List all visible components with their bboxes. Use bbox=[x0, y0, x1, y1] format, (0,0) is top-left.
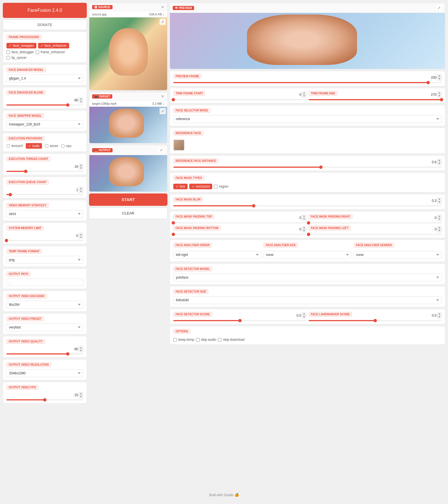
trim-start-slider[interactable] bbox=[173, 99, 306, 100]
cpu-radio[interactable]: cpu bbox=[61, 143, 71, 149]
face-swapper-checkbox[interactable]: ✓ face_swapper bbox=[6, 43, 36, 48]
face-detector-model-select[interactable]: yoloface bbox=[173, 274, 442, 281]
fps-slider-thumb[interactable] bbox=[43, 398, 46, 402]
landmarker-score-up[interactable]: ▲ bbox=[437, 312, 442, 316]
queue-down-btn[interactable]: ▼ bbox=[79, 190, 83, 193]
blend-slider-thumb[interactable] bbox=[66, 103, 69, 107]
trim-start-down[interactable]: ▼ bbox=[302, 95, 306, 98]
pad-left-thumb[interactable] bbox=[307, 233, 310, 236]
pad-right-up[interactable]: ▲ bbox=[437, 215, 442, 218]
face-enhancer-model-select[interactable]: gfpgan_1.4 bbox=[6, 74, 83, 82]
mask-box-checkbox[interactable]: ✓ box bbox=[173, 184, 188, 189]
source-expand-btn[interactable]: ⤢ bbox=[160, 19, 166, 25]
azure-radio[interactable]: azure bbox=[45, 143, 58, 149]
thread-slider-track[interactable] bbox=[6, 171, 83, 172]
ref-dist-up[interactable]: ▲ bbox=[437, 159, 442, 162]
skip-download-checkbox[interactable]: skip-download bbox=[218, 338, 244, 342]
pad-bottom-slider[interactable] bbox=[173, 234, 306, 235]
mask-region-checkbox[interactable]: region bbox=[214, 184, 228, 189]
face-enhancer-checkbox[interactable]: ✓ face_enhancer bbox=[38, 43, 69, 48]
frame-enhancer-checkbox[interactable]: frame_enhancer bbox=[36, 50, 65, 54]
temp-frame-select[interactable]: png bbox=[6, 256, 83, 264]
ref-dist-slider[interactable] bbox=[173, 167, 442, 168]
blend-slider-track[interactable] bbox=[6, 104, 83, 106]
lip-syncer-checkbox[interactable]: lip_syncer bbox=[6, 56, 27, 60]
video-memory-select[interactable]: strict bbox=[6, 210, 83, 218]
fps-up-btn[interactable]: ▲ bbox=[79, 392, 83, 395]
landmarker-score-thumb[interactable] bbox=[374, 319, 377, 322]
source-close-btn[interactable]: ✕ bbox=[161, 5, 164, 9]
trim-start-up[interactable]: ▲ bbox=[302, 92, 306, 95]
pad-bottom-up[interactable]: ▲ bbox=[302, 226, 306, 229]
output-resolution-select[interactable]: 2048x1080 bbox=[6, 369, 83, 377]
clear-button[interactable]: CLEAR bbox=[89, 207, 167, 219]
face-analyser-gender-select[interactable]: none bbox=[354, 251, 442, 259]
detector-score-thumb[interactable] bbox=[238, 319, 242, 322]
skip-audio-checkbox[interactable]: skip-audio bbox=[196, 338, 216, 342]
trim-end-thumb[interactable] bbox=[440, 98, 443, 101]
pad-right-slider[interactable] bbox=[309, 222, 442, 223]
quality-down-btn[interactable]: ▼ bbox=[79, 349, 83, 352]
detector-score-up[interactable]: ▲ bbox=[302, 312, 306, 316]
pad-right-stepper[interactable]: ▲ ▼ bbox=[437, 215, 442, 221]
pad-top-up[interactable]: ▲ bbox=[302, 215, 306, 218]
thread-stepper[interactable]: ▲ ▼ bbox=[79, 164, 83, 170]
preview-frame-slider[interactable] bbox=[173, 82, 442, 83]
preview-frame-down-btn[interactable]: ▼ bbox=[437, 78, 442, 81]
face-analyser-order-select[interactable]: left-right bbox=[173, 251, 261, 259]
sys-mem-stepper[interactable]: ▲ ▼ bbox=[79, 233, 83, 239]
blur-up[interactable]: ▲ bbox=[437, 198, 442, 201]
cuda-radio[interactable]: ✓ cuda bbox=[26, 143, 42, 149]
pad-bottom-stepper[interactable]: ▲ ▼ bbox=[302, 226, 306, 232]
fps-down-btn[interactable]: ▼ bbox=[79, 395, 83, 398]
pad-top-slider[interactable] bbox=[173, 222, 306, 223]
target-expand-btn[interactable]: ⤢ bbox=[160, 108, 166, 114]
blur-thumb[interactable] bbox=[252, 204, 255, 207]
face-detector-size-select[interactable]: 640x640 bbox=[173, 296, 442, 304]
fps-slider-track[interactable] bbox=[6, 399, 83, 400]
landmarker-score-slider[interactable] bbox=[309, 320, 442, 321]
blend-up-btn[interactable]: ▲ bbox=[79, 97, 83, 100]
thread-slider-thumb[interactable] bbox=[24, 170, 27, 173]
trim-end-slider[interactable] bbox=[309, 99, 442, 100]
pad-left-slider[interactable] bbox=[309, 234, 442, 235]
tensorrt-radio[interactable]: tensorrt bbox=[6, 143, 23, 149]
blur-stepper[interactable]: ▲ ▼ bbox=[437, 198, 442, 204]
sys-mem-up-btn[interactable]: ▲ bbox=[79, 233, 83, 236]
detector-score-down[interactable]: ▼ bbox=[302, 316, 306, 319]
trim-end-up[interactable]: ▲ bbox=[437, 92, 442, 95]
output-preset-select[interactable]: veryfast bbox=[6, 323, 83, 331]
landmarker-score-down[interactable]: ▼ bbox=[437, 316, 442, 319]
trim-end-stepper[interactable]: ▲ ▼ bbox=[437, 92, 442, 98]
blur-slider[interactable] bbox=[173, 205, 442, 206]
thread-down-btn[interactable]: ▼ bbox=[79, 167, 83, 170]
pad-left-stepper[interactable]: ▲ ▼ bbox=[437, 226, 442, 232]
quality-stepper[interactable]: ▲ ▼ bbox=[79, 346, 83, 352]
landmarker-score-stepper[interactable]: ▲ ▼ bbox=[437, 312, 442, 319]
pad-top-stepper[interactable]: ▲ ▼ bbox=[302, 215, 306, 221]
output-encoder-select[interactable]: libx264 bbox=[6, 301, 83, 309]
target-close-btn[interactable]: ✕ bbox=[161, 94, 164, 99]
fps-stepper[interactable]: ▲ ▼ bbox=[79, 392, 83, 398]
donate-button[interactable]: DONATE bbox=[3, 20, 87, 30]
keep-temp-checkbox[interactable]: keep-temp bbox=[173, 338, 194, 342]
preview-expand-btn[interactable]: ⤢ bbox=[436, 5, 442, 11]
trim-start-thumb[interactable] bbox=[172, 98, 175, 101]
face-selector-select[interactable]: reference bbox=[173, 115, 442, 123]
queue-up-btn[interactable]: ▲ bbox=[79, 187, 83, 190]
preview-frame-thumb[interactable] bbox=[426, 81, 430, 84]
sys-mem-slider-track[interactable] bbox=[6, 240, 83, 241]
face-debugger-checkbox[interactable]: face_debugger bbox=[6, 50, 34, 54]
start-button[interactable]: START bbox=[89, 193, 167, 206]
blend-stepper[interactable]: ▲ ▼ bbox=[79, 97, 83, 103]
detector-score-slider[interactable] bbox=[173, 320, 306, 321]
pad-bottom-down[interactable]: ▼ bbox=[302, 229, 306, 232]
pad-top-thumb[interactable] bbox=[172, 221, 175, 225]
sys-mem-slider-thumb[interactable] bbox=[5, 239, 8, 242]
preview-frame-up-btn[interactable]: ▲ bbox=[437, 74, 442, 78]
thread-up-btn[interactable]: ▲ bbox=[79, 164, 83, 167]
blur-down[interactable]: ▼ bbox=[437, 201, 442, 204]
quality-slider-track[interactable] bbox=[6, 353, 83, 354]
pad-right-thumb[interactable] bbox=[307, 221, 310, 225]
pad-left-up[interactable]: ▲ bbox=[437, 226, 442, 229]
